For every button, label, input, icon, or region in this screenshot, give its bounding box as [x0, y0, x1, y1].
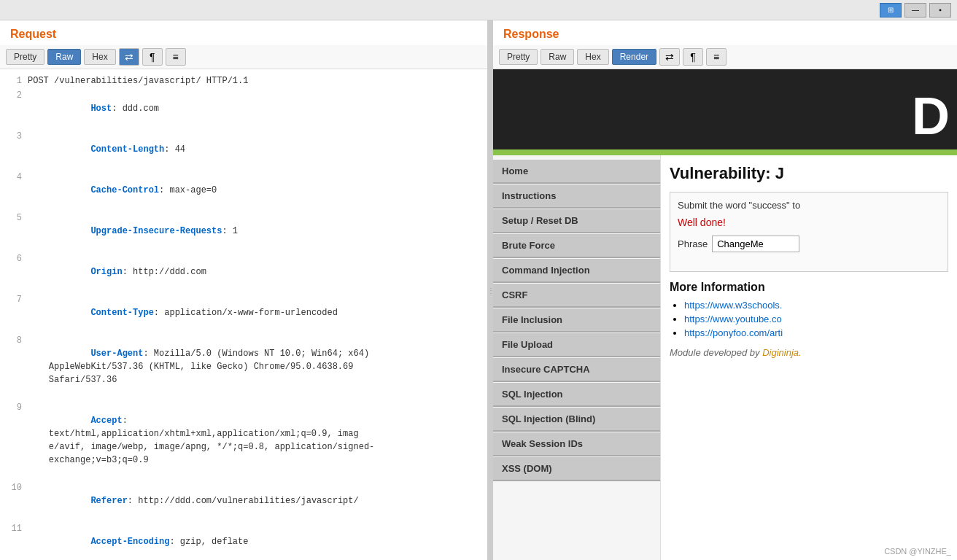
- nav-item-sql-blind[interactable]: SQL Injection (Blind): [493, 408, 660, 432]
- rendered-content: D Home Instructions Setup / Reset DB Bru…: [493, 69, 957, 560]
- info-link-item-3: https://ponyfoo.com/arti: [684, 327, 948, 338]
- request-toolbar: Pretty Raw Hex ⇄ ¶ ≡: [0, 45, 487, 69]
- response-toolbar: Pretty Raw Hex Render ⇄ ¶ ≡: [493, 45, 957, 69]
- nav-item-command-injection[interactable]: Command Injection: [493, 259, 660, 283]
- more-info-title: More Information: [670, 281, 948, 294]
- green-accent-bar: [493, 149, 957, 155]
- nav-item-csrf[interactable]: CSRF: [493, 284, 660, 308]
- code-line-10: 10 Referer: http://ddd.com/vulnerabiliti…: [0, 481, 487, 521]
- module-credit: Module developed by Digininja.: [670, 347, 948, 358]
- main-content-area: Vulnerability: J Submit the word "succes…: [661, 155, 957, 560]
- response-icon-menu[interactable]: ≡: [706, 48, 727, 66]
- well-done-message: Well done!: [678, 217, 940, 228]
- code-line-8: 8 User-Agent: Mozilla/5.0 (Windows NT 10…: [0, 333, 487, 400]
- info-links-list: https://www.w3schools. https://www.youtu…: [670, 300, 948, 338]
- phrase-input[interactable]: [712, 236, 799, 252]
- info-link-item-2: https://www.youtube.co: [684, 314, 948, 324]
- credit-link[interactable]: Digininja.: [762, 347, 801, 358]
- code-line-7: 7 Content-Type: application/x-www-form-u…: [0, 292, 487, 333]
- code-line-1: 1 POST /vulnerabilities/javascript/ HTTP…: [0, 74, 487, 88]
- nav-sidebar: Home Instructions Setup / Reset DB Brute…: [493, 155, 661, 560]
- nav-item-file-inclusion[interactable]: File Inclusion: [493, 308, 660, 332]
- response-icon-wrap[interactable]: ⇄: [659, 48, 680, 66]
- phrase-label: Phrase: [678, 238, 708, 249]
- request-tab-hex[interactable]: Hex: [84, 49, 115, 65]
- info-link-3[interactable]: https://ponyfoo.com/arti: [684, 327, 783, 338]
- code-line-2: 2 Host: ddd.com: [0, 88, 487, 129]
- split-view-button[interactable]: ⊞: [880, 3, 902, 18]
- code-line-11: 11 Accept-Encoding: gzip, deflate: [0, 521, 487, 560]
- request-panel: Request Pretty Raw Hex ⇄ ¶ ≡ 1 POST /vul…: [0, 20, 489, 560]
- request-tab-raw[interactable]: Raw: [47, 49, 81, 65]
- response-tab-pretty[interactable]: Pretty: [499, 49, 538, 65]
- response-panel: Response Pretty Raw Hex Render ⇄ ¶ ≡ D: [493, 20, 957, 560]
- code-line-9: 9 Accept: text/html,application/xhtml+xm…: [0, 400, 487, 481]
- code-line-6: 6 Origin: http://ddd.com: [0, 252, 487, 292]
- nav-item-brute-force[interactable]: Brute Force: [493, 234, 660, 258]
- nav-section: Home Instructions Setup / Reset DB Brute…: [493, 160, 660, 482]
- nav-item-weak-session[interactable]: Weak Session IDs: [493, 432, 660, 456]
- page-dark-header: D: [493, 69, 957, 149]
- nav-item-xss-dom[interactable]: XSS (DOM): [493, 457, 660, 481]
- request-tab-pretty[interactable]: Pretty: [6, 49, 44, 65]
- request-code-area[interactable]: 1 POST /vulnerabilities/javascript/ HTTP…: [0, 69, 487, 560]
- header-letter: D: [912, 86, 950, 146]
- code-line-3: 3 Content-Length: 44: [0, 129, 487, 170]
- request-icon-wrap[interactable]: ⇄: [119, 48, 139, 66]
- response-tab-hex[interactable]: Hex: [577, 49, 608, 65]
- watermark: CSDN @YINZHE_: [884, 547, 951, 556]
- vertical-view-button[interactable]: ▪: [929, 3, 951, 18]
- response-tab-render[interactable]: Render: [612, 49, 656, 65]
- response-icon-para[interactable]: ¶: [683, 48, 703, 66]
- response-body: D Home Instructions Setup / Reset DB Bru…: [493, 69, 957, 560]
- info-link-item-1: https://www.w3schools.: [684, 300, 948, 311]
- nav-item-file-upload[interactable]: File Upload: [493, 333, 660, 357]
- nav-item-instructions[interactable]: Instructions: [493, 184, 660, 209]
- response-title: Response: [493, 20, 957, 45]
- request-title: Request: [0, 20, 487, 45]
- nav-item-sql-injection[interactable]: SQL Injection: [493, 383, 660, 407]
- top-bar: ⊞ — ▪: [0, 0, 957, 20]
- request-icon-menu[interactable]: ≡: [166, 48, 186, 66]
- nav-item-insecure-captcha[interactable]: Insecure CAPTCHA: [493, 358, 660, 382]
- code-line-5: 5 Upgrade-Insecure-Requests: 1: [0, 211, 487, 252]
- code-line-4: 4 Cache-Control: max-age=0: [0, 170, 487, 211]
- request-icon-para[interactable]: ¶: [142, 48, 163, 66]
- horizontal-view-button[interactable]: —: [904, 3, 926, 18]
- nav-item-setup[interactable]: Setup / Reset DB: [493, 209, 660, 233]
- response-tab-raw[interactable]: Raw: [541, 49, 574, 65]
- info-link-1[interactable]: https://www.w3schools.: [684, 300, 782, 311]
- phrase-row: Phrase: [678, 236, 940, 252]
- info-link-2[interactable]: https://www.youtube.co: [684, 314, 782, 324]
- nav-item-home[interactable]: Home: [493, 160, 660, 184]
- submit-instructions: Submit the word "success" to: [678, 200, 940, 211]
- vulnerability-title: Vulnerability: J: [670, 164, 948, 183]
